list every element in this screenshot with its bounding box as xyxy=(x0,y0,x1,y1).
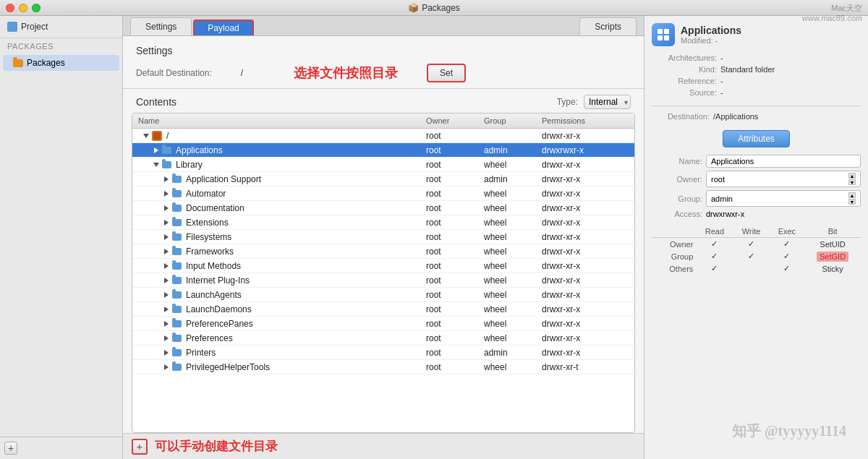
group-attr-input[interactable]: admin ▲ ▼ xyxy=(706,190,861,207)
triangle-icon xyxy=(164,364,169,370)
row-owner-applications: root xyxy=(426,145,484,155)
triangle-icon xyxy=(164,191,169,197)
contents-header: Contents Type: Internal xyxy=(123,89,644,113)
watermark-bottom: 知乎 @tyyyyy1114 xyxy=(732,421,846,441)
sidebar-item-packages[interactable]: Packages xyxy=(3,55,119,71)
table-row[interactable]: Library root wheel drwxr-xr-x xyxy=(132,158,634,172)
stepper-down[interactable]: ▼ xyxy=(848,199,856,205)
svg-rect-2 xyxy=(658,35,663,40)
others-exec[interactable]: ✓ xyxy=(770,262,805,275)
col-write: Write xyxy=(733,226,770,238)
triangle-icon xyxy=(164,176,169,182)
close-button[interactable] xyxy=(6,4,14,12)
tab-payload[interactable]: Payload xyxy=(193,20,253,35)
table-row[interactable]: Input Methods root wheel drwxr-xr-x xyxy=(132,259,634,273)
reference-label: Reference: xyxy=(652,77,717,85)
minimize-button[interactable] xyxy=(19,4,27,12)
project-icon xyxy=(7,22,17,32)
tree-header: Name Owner Group Permissions xyxy=(132,113,634,129)
attributes-button[interactable]: Attributes xyxy=(723,130,790,147)
owner-exec[interactable]: ✓ xyxy=(770,238,805,251)
table-row[interactable]: PreferencePanes root wheel drwxr-xr-x xyxy=(132,317,634,331)
table-row[interactable]: Extensions root wheel drwxr-xr-x xyxy=(132,215,634,230)
owner-write[interactable]: ✓ xyxy=(733,238,770,251)
table-row[interactable]: LaunchDaemons root wheel drwxr-xr-x xyxy=(132,302,634,317)
destination-value: /Applications xyxy=(713,112,758,121)
stepper-up[interactable]: ▲ xyxy=(848,192,856,198)
default-destination-label: Default Destination: xyxy=(136,68,212,78)
reference-row: Reference: - xyxy=(652,77,861,85)
stepper-down[interactable]: ▼ xyxy=(848,179,856,185)
tab-scripts[interactable]: Scripts xyxy=(579,17,637,35)
row-name-root: / xyxy=(138,131,426,141)
group-stepper[interactable]: ▲ ▼ xyxy=(848,192,856,205)
triangle-icon xyxy=(164,350,169,356)
table-row[interactable]: LaunchAgents root wheel drwxr-xr-x xyxy=(132,288,634,302)
settings-section: Settings Default Destination: / 选择文件按照目录… xyxy=(123,36,644,89)
settings-row: Default Destination: / 选择文件按照目录 Set xyxy=(136,64,631,82)
sidebar-project-item[interactable]: Project xyxy=(0,16,122,38)
folder-blue-icon xyxy=(172,349,182,356)
table-row[interactable]: Applications root admin drwxrwxr-x xyxy=(132,143,634,158)
add-directory-button[interactable]: + xyxy=(132,439,148,455)
table-row[interactable]: Automator root wheel drwxr-xr-x xyxy=(132,186,634,201)
others-write[interactable] xyxy=(733,262,770,275)
row-perms-root: drwxr-xr-x xyxy=(542,131,629,141)
triangle-open-icon xyxy=(143,134,149,138)
stepper-up[interactable]: ▲ xyxy=(848,173,856,179)
table-row[interactable]: / root drwxr-xr-x xyxy=(132,129,634,143)
table-row[interactable]: Preferences root wheel drwxr-xr-x xyxy=(132,331,634,346)
col-group: Group xyxy=(484,116,542,125)
triangle-icon xyxy=(164,205,169,211)
owner-stepper[interactable]: ▲ ▼ xyxy=(848,173,856,185)
set-button[interactable]: Set xyxy=(427,64,466,82)
destination-row: Destination: /Applications xyxy=(652,112,861,121)
triangle-icon xyxy=(164,306,169,312)
kind-label: Kind: xyxy=(652,65,717,74)
folder-blue-icon xyxy=(172,190,182,197)
project-label: Project xyxy=(21,22,48,32)
owner-read[interactable]: ✓ xyxy=(696,238,733,251)
right-panel-info: Applications Modified: - xyxy=(681,25,741,45)
group-exec[interactable]: ✓ xyxy=(770,250,805,262)
table-row[interactable]: Frameworks root wheel drwxr-xr-x xyxy=(132,244,634,259)
folder-blue-icon xyxy=(172,335,182,342)
access-row-others: Others ✓ ✓ Sticky xyxy=(652,262,861,275)
type-dropdown-wrapper[interactable]: Internal xyxy=(584,95,631,109)
svg-rect-1 xyxy=(664,29,669,34)
group-attr-row: Group: admin ▲ ▼ xyxy=(652,190,861,207)
table-row[interactable]: Printers root admin drwxr-xr-x xyxy=(132,346,634,360)
maximize-button[interactable] xyxy=(32,4,41,12)
type-dropdown[interactable]: Internal xyxy=(584,95,631,109)
row-perms-applications: drwxrwxr-x xyxy=(542,145,629,155)
reference-value: - xyxy=(720,77,723,85)
col-bit: Bit xyxy=(804,226,861,238)
architectures-row: Architectures: - xyxy=(652,53,861,62)
triangle-icon xyxy=(164,278,169,283)
titlebar: 📦 Packages Mac天空 www.mac89.com xyxy=(0,0,868,16)
gear-folder-icon xyxy=(152,131,162,141)
table-row[interactable]: Filesystems root wheel drwxr-xr-x xyxy=(132,230,634,244)
owner-attr-input[interactable]: root ▲ ▼ xyxy=(706,171,861,187)
col-role xyxy=(652,226,696,238)
access-table: Read Write Exec Bit Owner ✓ ✓ ✓ SetUID G… xyxy=(652,226,861,275)
row-group-library: wheel xyxy=(484,160,542,170)
group-write[interactable]: ✓ xyxy=(733,250,770,262)
grid-icon xyxy=(656,27,671,42)
table-row[interactable]: Internet Plug-Ins root wheel drwxr-xr-x xyxy=(132,273,634,288)
table-row[interactable]: Application Support root admin drwxr-xr-… xyxy=(132,172,634,186)
sidebar-add-button[interactable]: + xyxy=(4,442,17,455)
table-row[interactable]: Documentation root wheel drwxr-xr-x xyxy=(132,201,634,215)
folder-blue-icon xyxy=(172,176,182,183)
row-perms-library: drwxr-xr-x xyxy=(542,160,629,170)
contents-title: Contents xyxy=(136,96,176,108)
triangle-icon xyxy=(164,249,169,254)
others-read[interactable]: ✓ xyxy=(696,262,733,275)
access-label: Access: xyxy=(652,210,702,218)
triangle-icon xyxy=(164,321,169,327)
group-read[interactable]: ✓ xyxy=(696,250,733,262)
table-row[interactable]: PrivilegedHelperTools root wheel drwxr-x… xyxy=(132,360,634,374)
type-selector: Type: Internal xyxy=(557,95,631,109)
tab-settings[interactable]: Settings xyxy=(130,17,192,35)
col-owner: Owner xyxy=(426,116,484,125)
